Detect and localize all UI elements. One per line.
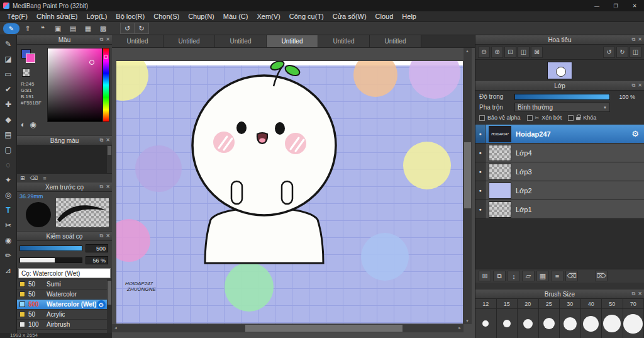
transparent-swatch[interactable] bbox=[22, 69, 30, 77]
document-tab[interactable]: Untitled bbox=[318, 35, 370, 47]
menu-tools[interactable]: Công cụ(T) bbox=[285, 13, 328, 20]
close-icon[interactable]: ✕ bbox=[106, 184, 110, 189]
brush-list-scrollbar[interactable] bbox=[107, 279, 112, 338]
comment-button[interactable]: ❝ bbox=[36, 23, 50, 34]
brush-list-item-active[interactable]: 500 Watercolor (Wet) ⚙ bbox=[17, 300, 112, 310]
close-icon[interactable]: ✕ bbox=[638, 291, 642, 296]
color-wheel-icon[interactable]: ◐ bbox=[21, 120, 25, 129]
sv-marker[interactable] bbox=[89, 60, 94, 65]
document-tab[interactable]: Untitled bbox=[164, 35, 215, 47]
layer-visibility-toggle[interactable]: ● bbox=[475, 125, 486, 143]
duplicate-layer-icon[interactable]: ⧉ bbox=[493, 271, 506, 281]
popout-icon[interactable]: ⧉ bbox=[100, 184, 104, 189]
fill-tool[interactable]: ◆ bbox=[1, 112, 16, 127]
blend-mode-dropdown[interactable]: Bình thường ▼ bbox=[514, 103, 610, 112]
move-tool[interactable]: ✚ bbox=[1, 97, 16, 112]
maximize-button[interactable]: ❐ bbox=[606, 0, 625, 11]
zoom-region-icon[interactable]: ⊠ bbox=[531, 47, 543, 58]
popout-icon[interactable]: ⧉ bbox=[632, 291, 636, 296]
close-icon[interactable]: ✕ bbox=[638, 37, 642, 42]
flip-view-icon[interactable]: ◫ bbox=[630, 47, 641, 58]
brush-size-slider[interactable] bbox=[19, 245, 82, 251]
canvas-vertical-scrollbar[interactable]: ▲ ▼ bbox=[464, 48, 472, 324]
undo-button[interactable]: ↺ bbox=[121, 23, 135, 33]
primary-color-swatch[interactable] bbox=[26, 54, 35, 63]
popout-icon[interactable]: ⧉ bbox=[632, 37, 636, 42]
add-layer-icon[interactable]: ⊞ bbox=[479, 271, 491, 281]
popout-icon[interactable]: ⧉ bbox=[100, 138, 104, 143]
popout-icon[interactable]: ⧉ bbox=[100, 37, 104, 42]
delete-layer-icon[interactable]: ⌦ bbox=[595, 271, 608, 281]
layer-visibility-toggle[interactable]: ● bbox=[475, 200, 486, 218]
document-tab[interactable]: Untitled bbox=[112, 35, 164, 47]
document-tab-active[interactable]: Untitled bbox=[267, 35, 318, 47]
close-icon[interactable]: ✕ bbox=[106, 138, 110, 143]
material-button[interactable]: ▩ bbox=[96, 23, 110, 34]
snap-tool[interactable]: ✔ bbox=[1, 82, 16, 97]
horizontal-scroll-thumb[interactable] bbox=[245, 325, 402, 332]
size-swatch[interactable] bbox=[623, 309, 644, 338]
palette-scrollbar[interactable] bbox=[107, 145, 112, 173]
size-swatch[interactable] bbox=[539, 309, 560, 338]
add-swatch-icon[interactable]: ⊞ bbox=[20, 175, 25, 181]
panel-layout-button[interactable]: ▣ bbox=[51, 23, 65, 34]
navigator-thumbnail[interactable] bbox=[547, 62, 572, 79]
close-icon[interactable]: ✕ bbox=[638, 83, 642, 88]
menu-window[interactable]: Cửa sổ(W) bbox=[328, 13, 371, 20]
eraser-tool[interactable]: ◪ bbox=[1, 52, 16, 67]
magic-wand-tool[interactable]: ✦ bbox=[1, 172, 16, 188]
lock-checkbox[interactable] bbox=[568, 115, 574, 121]
layer-visibility-toggle[interactable]: ● bbox=[475, 162, 486, 181]
palette-swatches[interactable] bbox=[17, 145, 112, 173]
menu-view[interactable]: Xem(V) bbox=[252, 13, 284, 20]
scissors-tool[interactable]: ✂ bbox=[1, 218, 16, 233]
actual-size-icon[interactable]: ◫ bbox=[518, 47, 530, 58]
size-swatch[interactable] bbox=[581, 309, 602, 338]
rotate-right-icon[interactable]: ↻ bbox=[616, 47, 628, 58]
brush-opacity-slider[interactable] bbox=[19, 257, 82, 263]
document-tab[interactable]: Untitled bbox=[215, 35, 267, 47]
select-tool[interactable]: ▢ bbox=[1, 142, 16, 157]
pencil-tool[interactable]: ✏ bbox=[1, 248, 16, 263]
close-icon[interactable]: ✕ bbox=[106, 37, 110, 42]
menu-file[interactable]: Tệp(F) bbox=[3, 13, 32, 20]
popout-icon[interactable]: ⧉ bbox=[632, 83, 636, 88]
size-swatch[interactable] bbox=[602, 309, 623, 338]
canvas-page[interactable]: HOIDAP247 ZHUONGNE bbox=[116, 61, 463, 324]
brush-list-item[interactable]: 50 Sumi bbox=[17, 279, 112, 290]
delete-swatch-icon[interactable]: ⌫ bbox=[30, 175, 38, 181]
brush-list-item[interactable]: 50 Watercolor bbox=[17, 290, 112, 300]
lasso-tool[interactable]: ◌ bbox=[1, 157, 16, 172]
size-swatch[interactable] bbox=[475, 309, 497, 338]
brush-opacity-value[interactable]: 56 % bbox=[86, 256, 108, 264]
menu-select[interactable]: Chọn(S) bbox=[149, 13, 184, 20]
zoom-in-icon[interactable]: ⊕ bbox=[491, 47, 503, 58]
scroll-up-icon[interactable]: ▲ bbox=[465, 49, 469, 53]
brush-mode-button[interactable]: ✎ bbox=[3, 23, 19, 34]
layer-row[interactable]: ● Lớp4 bbox=[475, 144, 644, 162]
fit-screen-icon[interactable]: ⊡ bbox=[504, 47, 516, 58]
brush-settings-gear-icon[interactable]: ⚙ bbox=[97, 300, 106, 309]
size-swatch[interactable] bbox=[518, 309, 539, 338]
hue-bar[interactable] bbox=[103, 48, 109, 122]
menu-layer[interactable]: Lớp(L) bbox=[82, 13, 111, 20]
document-button[interactable]: ▤ bbox=[66, 23, 80, 34]
brush-size-value[interactable]: 500 bbox=[86, 244, 108, 252]
scroll-right-icon[interactable]: ► bbox=[458, 326, 462, 330]
shape-tool[interactable]: ◎ bbox=[1, 188, 16, 203]
size-swatch[interactable] bbox=[497, 309, 518, 338]
pen-tool[interactable]: ✎ bbox=[1, 37, 16, 52]
grid-view-button[interactable]: ▦ bbox=[81, 23, 95, 34]
close-button[interactable]: ✕ bbox=[625, 0, 644, 11]
merge-layer-icon[interactable]: ▦ bbox=[536, 271, 549, 281]
menu-filter[interactable]: Bộ lọc(R) bbox=[111, 13, 149, 20]
layer-row[interactable]: ● Lớp2 bbox=[475, 181, 644, 200]
redo-button[interactable]: ↻ bbox=[135, 23, 148, 33]
color-slider-icon[interactable]: ◉ bbox=[30, 120, 36, 129]
menu-capture[interactable]: Chụp(N) bbox=[184, 13, 219, 20]
size-swatch[interactable] bbox=[560, 309, 581, 338]
close-icon[interactable]: ✕ bbox=[106, 234, 110, 239]
layer-folder-icon[interactable]: ▱ bbox=[522, 271, 535, 281]
brush-list-item[interactable]: 50 Acrylic bbox=[17, 310, 112, 320]
vertical-scroll-thumb[interactable] bbox=[464, 142, 471, 208]
